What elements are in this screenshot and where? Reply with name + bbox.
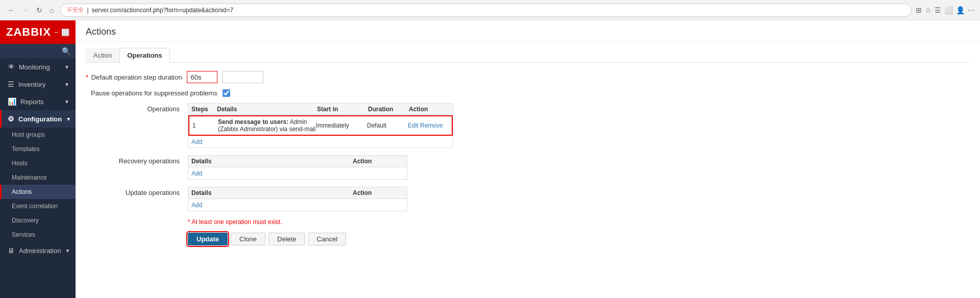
sidebar-item-services[interactable]: Services bbox=[0, 228, 76, 242]
search-icon[interactable]: 🔍 bbox=[62, 47, 70, 55]
event-correlation-label: Event correlation bbox=[12, 203, 58, 210]
validation-note: * At least one operation must exist. bbox=[188, 218, 970, 226]
browser-nav: ← → ↻ ⌂ bbox=[5, 5, 56, 15]
step-duration-input[interactable] bbox=[187, 71, 217, 83]
sidebar-item-configuration[interactable]: ⚙ Configuration ▼ bbox=[0, 110, 76, 128]
ops-details-cell: Send message to users: Admin (Zabbix Adm… bbox=[218, 118, 316, 133]
sidebar-item-event-correlation[interactable]: Event correlation bbox=[0, 199, 76, 213]
delete-button[interactable]: Delete bbox=[268, 233, 305, 245]
step-duration-row: * Default operation step duration bbox=[86, 71, 970, 83]
operations-table: Steps Details Start in Duration Action 1… bbox=[188, 103, 453, 148]
sidebar-item-hosts[interactable]: Hosts bbox=[0, 156, 76, 170]
ops-edit-link[interactable]: Edit bbox=[408, 122, 419, 129]
reports-label: Reports bbox=[20, 98, 44, 106]
update-section-row: Update operations Details Action Add bbox=[86, 187, 970, 211]
pause-checkbox[interactable] bbox=[223, 89, 230, 97]
inventory-label: Inventory bbox=[18, 81, 45, 88]
step-duration-secondary-input[interactable] bbox=[223, 71, 263, 83]
services-label: Services bbox=[12, 231, 35, 238]
update-table: Details Action Add bbox=[188, 187, 407, 211]
administration-icon: 🖥 bbox=[8, 246, 15, 255]
ops-col-details: Details bbox=[217, 106, 317, 113]
ops-col-action: Action bbox=[409, 106, 450, 113]
reports-icon: 📊 bbox=[8, 97, 16, 106]
hosts-label: Hosts bbox=[12, 160, 28, 167]
cast-icon[interactable]: ⬜ bbox=[944, 6, 953, 14]
update-add-link[interactable]: Add bbox=[191, 202, 202, 209]
update-add-row: Add bbox=[188, 199, 407, 211]
more-icon[interactable]: ⋯ bbox=[968, 6, 975, 14]
rec-header: Details Action bbox=[188, 156, 407, 167]
ops-row-1: 1 Send message to users: Admin (Zabbix A… bbox=[188, 115, 453, 136]
host-groups-label: Host groups bbox=[12, 131, 45, 138]
ops-add-row: Add bbox=[188, 136, 453, 147]
ops-remove-link[interactable]: Remove bbox=[420, 122, 443, 129]
operations-section-label: Operations bbox=[86, 103, 188, 113]
separator: | bbox=[87, 7, 88, 14]
inventory-icon: ☰ bbox=[8, 80, 14, 88]
rec-add-link[interactable]: Add bbox=[191, 170, 202, 177]
ops-add-link[interactable]: Add bbox=[191, 138, 202, 145]
browser-bar: ← → ↻ ⌂ 不安全 | server.com/actionconf.php?… bbox=[0, 0, 980, 20]
address-bar[interactable]: 不安全 | server.com/actionconf.php?form=upd… bbox=[60, 4, 912, 17]
ops-start-in-cell: Immediately bbox=[316, 122, 367, 129]
reading-icon[interactable]: ☰ bbox=[935, 6, 941, 14]
discovery-label: Discovery bbox=[12, 217, 39, 224]
forward-button[interactable]: → bbox=[19, 5, 32, 15]
sidebar-item-inventory[interactable]: ☰ Inventory ▼ bbox=[0, 76, 76, 93]
sidebar-item-reports[interactable]: 📊 Reports ▼ bbox=[0, 93, 76, 110]
configuration-icon: ⚙ bbox=[8, 115, 14, 123]
recovery-content: Details Action Add bbox=[188, 155, 407, 180]
clone-button[interactable]: Clone bbox=[231, 233, 265, 245]
pause-operations-row: Pause operations for suppressed problems bbox=[86, 89, 970, 97]
main-content: Actions Action Operations * Default oper… bbox=[76, 20, 980, 298]
rec-col-action: Action bbox=[353, 158, 404, 165]
sidebar-item-host-groups[interactable]: Host groups bbox=[0, 128, 76, 142]
tabs: Action Operations bbox=[86, 48, 970, 63]
sidebar-item-maintenance[interactable]: Maintenance bbox=[0, 170, 76, 185]
reload-button[interactable]: ↻ bbox=[34, 5, 45, 15]
back-button[interactable]: ← bbox=[5, 5, 17, 15]
translate-icon[interactable]: ⊞ bbox=[916, 6, 922, 14]
bookmark-icon[interactable]: ☆ bbox=[925, 6, 932, 14]
browser-actions: ⊞ ☆ ☰ ⬜ 👤 ⋯ bbox=[916, 6, 975, 14]
update-col-details: Details bbox=[191, 189, 353, 196]
ops-duration-cell: Default bbox=[367, 122, 408, 129]
ops-action-cell: Edit Remove bbox=[408, 122, 449, 129]
reports-chevron: ▼ bbox=[64, 99, 69, 105]
configuration-chevron: ▼ bbox=[66, 116, 71, 122]
sidebar-logo: ZABBIX − ⬜ bbox=[0, 20, 76, 44]
sidebar-item-templates[interactable]: Templates bbox=[0, 142, 76, 156]
step-duration-label: * Default operation step duration bbox=[86, 73, 182, 81]
configuration-label: Configuration bbox=[18, 115, 62, 123]
update-header: Details Action bbox=[188, 187, 407, 199]
recovery-section-label: Recovery operations bbox=[86, 155, 188, 165]
tab-action[interactable]: Action bbox=[86, 48, 119, 63]
home-button[interactable]: ⌂ bbox=[47, 5, 56, 15]
monitoring-chevron: ▼ bbox=[64, 64, 69, 70]
maintenance-label: Maintenance bbox=[12, 174, 47, 181]
profile-icon[interactable]: 👤 bbox=[956, 6, 965, 14]
expand-icon[interactable]: ⬜ bbox=[61, 29, 69, 36]
update-button[interactable]: Update bbox=[188, 233, 228, 245]
url-text: server.com/actionconf.php?form=update&ac… bbox=[92, 7, 234, 14]
sidebar-item-monitoring[interactable]: 👁 Monitoring ▼ bbox=[0, 58, 76, 76]
ops-col-duration: Duration bbox=[368, 106, 409, 113]
monitoring-icon: 👁 bbox=[8, 63, 15, 71]
minimize-icon[interactable]: − bbox=[54, 29, 58, 36]
templates-label: Templates bbox=[12, 145, 40, 153]
sidebar-item-administration[interactable]: 🖥 Administration ▼ bbox=[0, 242, 76, 259]
sidebar-item-actions[interactable]: Actions bbox=[0, 185, 76, 199]
sidebar: ZABBIX − ⬜ 🔍 👁 Monitoring ▼ ☰ Inventory … bbox=[0, 20, 76, 298]
administration-label: Administration bbox=[19, 247, 61, 255]
tab-operations[interactable]: Operations bbox=[119, 48, 170, 63]
app: ZABBIX − ⬜ 🔍 👁 Monitoring ▼ ☰ Inventory … bbox=[0, 20, 980, 298]
rec-col-details: Details bbox=[191, 158, 353, 165]
actions-label: Actions bbox=[12, 188, 32, 195]
sidebar-search[interactable]: 🔍 bbox=[0, 44, 76, 58]
cancel-button[interactable]: Cancel bbox=[308, 233, 346, 245]
action-buttons: Update Clone Delete Cancel bbox=[188, 233, 970, 245]
operations-content: Steps Details Start in Duration Action 1… bbox=[188, 103, 453, 148]
recovery-table: Details Action Add bbox=[188, 155, 407, 180]
sidebar-item-discovery[interactable]: Discovery bbox=[0, 213, 76, 228]
